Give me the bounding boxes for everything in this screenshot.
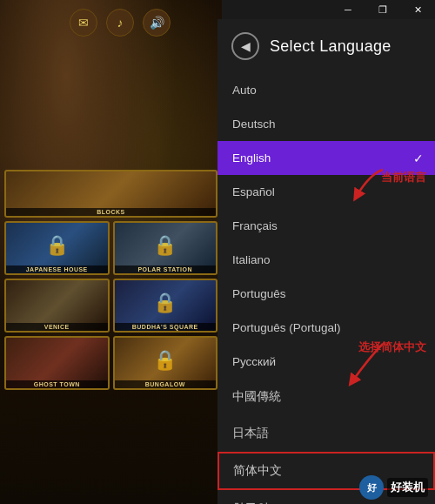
lock-icon: 🔒: [153, 349, 177, 372]
game-thumbnails: BLOCKS 🔒 JAPANESE HOUSE 🔒 POLAR STATION …: [4, 170, 218, 393]
game-background: ✉ ♪ 🔊 BLOCKS 🔒 JAPANESE HOUSE 🔒 POLAR ST…: [0, 0, 222, 504]
language-panel: ◀ Select Language Auto Deutsch English ✓…: [218, 19, 435, 504]
lang-item-portugues-pt[interactable]: Português (Portugal): [218, 311, 435, 345]
back-button[interactable]: ◀: [231, 32, 259, 60]
minimize-button[interactable]: ─: [331, 0, 365, 19]
language-list: Auto Deutsch English ✓ Español Français …: [218, 73, 435, 504]
thumb-japanese-house[interactable]: 🔒 JAPANESE HOUSE: [4, 221, 110, 275]
panel-header: ◀ Select Language: [218, 19, 435, 73]
close-button[interactable]: ✕: [400, 0, 435, 19]
lang-item-espanol[interactable]: Español: [218, 175, 435, 209]
thumb-buddhas-square[interactable]: 🔒 BUDDHA'S SQUARE: [113, 279, 218, 333]
lang-item-auto[interactable]: Auto: [218, 73, 435, 107]
lang-item-portugues[interactable]: Português: [218, 277, 435, 311]
music-icon: ♪: [106, 9, 134, 37]
check-icon: ✓: [413, 151, 424, 165]
lock-icon: 🔒: [153, 234, 177, 257]
lang-item-english[interactable]: English ✓: [218, 141, 435, 175]
lang-item-trad-chinese[interactable]: 中國傳統: [218, 379, 435, 415]
brand-icon: 好: [359, 475, 384, 500]
restore-button[interactable]: ❐: [365, 0, 400, 19]
game-top-icons: ✉ ♪ 🔊: [70, 9, 171, 37]
thumb-bungalow[interactable]: 🔒 BUNGALOW: [113, 336, 218, 390]
panel-title: Select Language: [270, 37, 392, 56]
lang-item-deutsch[interactable]: Deutsch: [218, 107, 435, 141]
thumb-blocks[interactable]: BLOCKS: [4, 170, 218, 218]
mail-icon: ✉: [70, 9, 97, 37]
lang-item-francais[interactable]: Français: [218, 209, 435, 243]
lang-item-japanese[interactable]: 日本語: [218, 415, 435, 452]
lock-icon: 🔒: [153, 292, 177, 314]
thumb-ghost-town[interactable]: GHOST TOWN: [4, 336, 110, 390]
lang-item-russian[interactable]: Русский: [218, 345, 435, 379]
thumb-venice[interactable]: VENICE: [4, 279, 110, 333]
brand-text: 好装机: [387, 478, 428, 497]
branding-badge: 好 好装机: [359, 475, 428, 500]
thumb-polar-station[interactable]: 🔒 POLAR STATION: [113, 221, 218, 275]
lang-item-italiano[interactable]: Italiano: [218, 243, 435, 277]
lock-icon: 🔒: [45, 234, 69, 257]
sound-icon: 🔊: [143, 9, 171, 37]
